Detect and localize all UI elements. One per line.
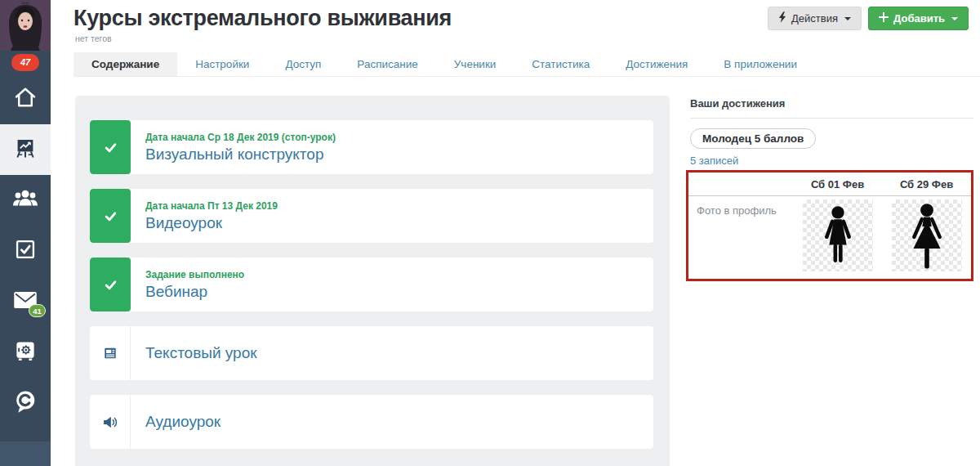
chat-icon [13, 389, 38, 417]
sidebar-item-courses[interactable] [0, 124, 51, 175]
lesson-title[interactable]: Текстовый урок [145, 344, 257, 362]
lesson-card[interactable]: Задание выполнено Вебинар [90, 258, 653, 311]
plus-icon [879, 12, 889, 25]
sidebar-item-users[interactable] [0, 175, 51, 226]
tab-in-app[interactable]: В приложении [706, 52, 815, 76]
completed-check-icon [90, 120, 131, 174]
lesson-status: Дата начала Ср 18 Дек 2019 (стоп-урок) [145, 132, 336, 143]
lesson-title[interactable]: Аудиоурок [145, 413, 220, 431]
text-lesson-icon [90, 326, 131, 380]
lesson-title[interactable]: Видеоурок [145, 214, 278, 232]
lesson-title[interactable]: Вебинар [145, 283, 244, 301]
chart-easel-icon [13, 136, 38, 164]
task-checkbox-icon [14, 238, 37, 264]
sidebar-item-home[interactable] [0, 74, 51, 124]
chevron-down-icon [951, 17, 958, 20]
highlighted-achievements-table: Сб 01 Фев Сб 29 Фев Фото в профиль [686, 170, 973, 281]
actions-button[interactable]: Действия [768, 7, 862, 30]
completed-check-icon [90, 258, 131, 311]
main-content: Курсы экстремального выживания нет тегов… [51, 0, 980, 466]
add-button[interactable]: Добавить [868, 7, 969, 30]
tab-students[interactable]: Ученики [436, 52, 514, 76]
achievements-title: Ваши достижения [690, 97, 973, 110]
page: 47 [0, 0, 980, 466]
tab-schedule[interactable]: Расписание [339, 52, 435, 76]
table-header-date: Сб 01 Фев [793, 173, 882, 196]
mail-count-badge: 41 [29, 304, 46, 317]
tab-statistics[interactable]: Статистика [514, 52, 608, 76]
sidebar-nav: 41 [0, 74, 51, 428]
sidebar-footer [0, 441, 51, 466]
sidebar-item-tasks[interactable] [0, 226, 51, 276]
completed-check-icon [90, 189, 131, 243]
tags-label[interactable]: нет тегов [75, 34, 112, 43]
notification-badge[interactable]: 47 [11, 54, 39, 71]
home-icon [13, 85, 38, 113]
achievements-panel: Ваши достижения Молодец 5 баллов 5 запис… [690, 97, 973, 167]
safe-icon [13, 338, 38, 366]
sidebar: 47 [0, 0, 51, 466]
lessons-panel: Дата начала Ср 18 Дек 2019 (стоп-урок) В… [75, 96, 670, 466]
sidebar-item-messages[interactable]: 41 [0, 276, 51, 327]
lesson-card[interactable]: Дата начала Ср 18 Дек 2019 (стоп-урок) В… [90, 120, 653, 174]
achievement-badge[interactable]: Молодец 5 баллов [690, 128, 816, 149]
lesson-status: Дата начала Пт 13 Дек 2019 [145, 200, 278, 212]
avatar-image [0, 0, 51, 51]
lesson-title[interactable]: Визуальный конструктор [145, 146, 336, 164]
achievements-table: Сб 01 Фев Сб 29 Фев Фото в профиль [688, 173, 971, 271]
table-cell [793, 196, 882, 271]
sidebar-item-chat[interactable] [0, 378, 51, 428]
page-title: Курсы экстремального выживания [74, 6, 452, 31]
table-header-empty [688, 173, 793, 196]
chevron-down-icon [844, 17, 851, 20]
tab-settings[interactable]: Настройки [177, 52, 267, 76]
woman-silhouette-standing-icon [814, 204, 862, 271]
profile-photo-thumbnail [892, 199, 962, 271]
sidebar-item-sales[interactable] [0, 327, 51, 378]
table-header-date: Сб 29 Фев [882, 173, 971, 196]
lesson-card[interactable]: Дата начала Пт 13 Дек 2019 Видеоурок [90, 189, 653, 243]
notification-row: 47 [0, 51, 51, 74]
people-icon [12, 186, 38, 214]
actions-button-label: Действия [791, 12, 838, 25]
lesson-status: Задание выполнено [145, 269, 244, 280]
lesson-card[interactable]: Аудиоурок [90, 395, 653, 449]
lesson-card[interactable]: Текстовый урок [90, 326, 653, 380]
add-button-label: Добавить [893, 12, 945, 25]
tab-bar: Содержание Настройки Доступ Расписание У… [74, 52, 980, 77]
tab-achievements[interactable]: Достижения [608, 52, 706, 76]
avatar[interactable] [0, 0, 51, 51]
tab-content[interactable]: Содержание [74, 52, 177, 76]
audio-lesson-icon [90, 395, 131, 449]
lightning-icon [778, 11, 786, 25]
table-row-label: Фото в профиль [688, 196, 793, 271]
divider [690, 118, 973, 119]
tab-access[interactable]: Доступ [267, 52, 339, 76]
profile-photo-thumbnail [803, 199, 873, 271]
table-cell [882, 196, 971, 271]
topbar-buttons: Действия Добавить [768, 7, 969, 30]
woman-silhouette-flared-dress-icon [903, 203, 951, 271]
records-link[interactable]: 5 записей [690, 155, 973, 167]
